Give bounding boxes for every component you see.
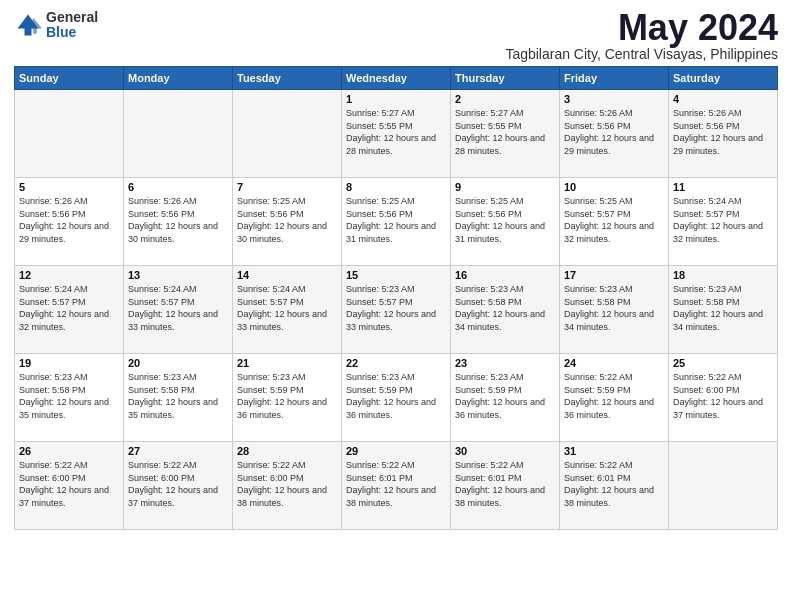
day-number: 9 [455, 181, 555, 193]
calendar-cell: 7Sunrise: 5:25 AMSunset: 5:56 PMDaylight… [233, 178, 342, 266]
week-row-1: 5Sunrise: 5:26 AMSunset: 5:56 PMDaylight… [15, 178, 778, 266]
day-number: 16 [455, 269, 555, 281]
month-title: May 2024 [505, 10, 778, 46]
day-header-thursday: Thursday [451, 67, 560, 90]
day-info: Sunrise: 5:22 AMSunset: 6:01 PMDaylight:… [564, 459, 664, 509]
week-row-4: 26Sunrise: 5:22 AMSunset: 6:00 PMDayligh… [15, 442, 778, 530]
calendar-cell [124, 90, 233, 178]
day-header-saturday: Saturday [669, 67, 778, 90]
header: General Blue May 2024 Tagbilaran City, C… [14, 10, 778, 62]
calendar-cell: 20Sunrise: 5:23 AMSunset: 5:58 PMDayligh… [124, 354, 233, 442]
calendar-cell: 31Sunrise: 5:22 AMSunset: 6:01 PMDayligh… [560, 442, 669, 530]
calendar-cell: 22Sunrise: 5:23 AMSunset: 5:59 PMDayligh… [342, 354, 451, 442]
calendar-cell: 27Sunrise: 5:22 AMSunset: 6:00 PMDayligh… [124, 442, 233, 530]
day-number: 10 [564, 181, 664, 193]
calendar-cell: 17Sunrise: 5:23 AMSunset: 5:58 PMDayligh… [560, 266, 669, 354]
day-number: 2 [455, 93, 555, 105]
day-info: Sunrise: 5:27 AMSunset: 5:55 PMDaylight:… [346, 107, 446, 157]
day-info: Sunrise: 5:22 AMSunset: 6:01 PMDaylight:… [346, 459, 446, 509]
day-info: Sunrise: 5:22 AMSunset: 6:01 PMDaylight:… [455, 459, 555, 509]
calendar-cell: 26Sunrise: 5:22 AMSunset: 6:00 PMDayligh… [15, 442, 124, 530]
calendar-cell [233, 90, 342, 178]
day-number: 15 [346, 269, 446, 281]
calendar-cell: 24Sunrise: 5:22 AMSunset: 5:59 PMDayligh… [560, 354, 669, 442]
day-number: 7 [237, 181, 337, 193]
day-number: 14 [237, 269, 337, 281]
day-number: 28 [237, 445, 337, 457]
calendar-cell: 10Sunrise: 5:25 AMSunset: 5:57 PMDayligh… [560, 178, 669, 266]
day-info: Sunrise: 5:24 AMSunset: 5:57 PMDaylight:… [673, 195, 773, 245]
header-row: SundayMondayTuesdayWednesdayThursdayFrid… [15, 67, 778, 90]
day-info: Sunrise: 5:23 AMSunset: 5:57 PMDaylight:… [346, 283, 446, 333]
day-info: Sunrise: 5:23 AMSunset: 5:59 PMDaylight:… [346, 371, 446, 421]
day-info: Sunrise: 5:22 AMSunset: 6:00 PMDaylight:… [237, 459, 337, 509]
day-info: Sunrise: 5:26 AMSunset: 5:56 PMDaylight:… [564, 107, 664, 157]
calendar-cell: 6Sunrise: 5:26 AMSunset: 5:56 PMDaylight… [124, 178, 233, 266]
day-info: Sunrise: 5:25 AMSunset: 5:56 PMDaylight:… [346, 195, 446, 245]
day-info: Sunrise: 5:22 AMSunset: 6:00 PMDaylight:… [19, 459, 119, 509]
day-info: Sunrise: 5:23 AMSunset: 5:58 PMDaylight:… [128, 371, 228, 421]
day-number: 23 [455, 357, 555, 369]
logo-general: General [46, 10, 98, 25]
calendar-cell: 30Sunrise: 5:22 AMSunset: 6:01 PMDayligh… [451, 442, 560, 530]
day-info: Sunrise: 5:23 AMSunset: 5:59 PMDaylight:… [237, 371, 337, 421]
calendar-cell: 1Sunrise: 5:27 AMSunset: 5:55 PMDaylight… [342, 90, 451, 178]
day-number: 18 [673, 269, 773, 281]
day-info: Sunrise: 5:22 AMSunset: 6:00 PMDaylight:… [673, 371, 773, 421]
day-number: 12 [19, 269, 119, 281]
day-number: 5 [19, 181, 119, 193]
day-info: Sunrise: 5:23 AMSunset: 5:58 PMDaylight:… [673, 283, 773, 333]
calendar-cell: 15Sunrise: 5:23 AMSunset: 5:57 PMDayligh… [342, 266, 451, 354]
day-number: 26 [19, 445, 119, 457]
day-info: Sunrise: 5:22 AMSunset: 5:59 PMDaylight:… [564, 371, 664, 421]
day-number: 19 [19, 357, 119, 369]
week-row-2: 12Sunrise: 5:24 AMSunset: 5:57 PMDayligh… [15, 266, 778, 354]
day-number: 11 [673, 181, 773, 193]
day-number: 25 [673, 357, 773, 369]
day-info: Sunrise: 5:25 AMSunset: 5:57 PMDaylight:… [564, 195, 664, 245]
day-number: 29 [346, 445, 446, 457]
title-area: May 2024 Tagbilaran City, Central Visaya… [505, 10, 778, 62]
day-number: 21 [237, 357, 337, 369]
calendar-body: 1Sunrise: 5:27 AMSunset: 5:55 PMDaylight… [15, 90, 778, 530]
day-info: Sunrise: 5:24 AMSunset: 5:57 PMDaylight:… [237, 283, 337, 333]
calendar-cell: 2Sunrise: 5:27 AMSunset: 5:55 PMDaylight… [451, 90, 560, 178]
calendar-cell: 4Sunrise: 5:26 AMSunset: 5:56 PMDaylight… [669, 90, 778, 178]
day-number: 24 [564, 357, 664, 369]
day-header-monday: Monday [124, 67, 233, 90]
calendar-cell: 25Sunrise: 5:22 AMSunset: 6:00 PMDayligh… [669, 354, 778, 442]
page: General Blue May 2024 Tagbilaran City, C… [0, 0, 792, 612]
day-info: Sunrise: 5:23 AMSunset: 5:58 PMDaylight:… [564, 283, 664, 333]
calendar-cell: 8Sunrise: 5:25 AMSunset: 5:56 PMDaylight… [342, 178, 451, 266]
day-number: 3 [564, 93, 664, 105]
day-header-friday: Friday [560, 67, 669, 90]
calendar-cell: 29Sunrise: 5:22 AMSunset: 6:01 PMDayligh… [342, 442, 451, 530]
calendar-cell: 14Sunrise: 5:24 AMSunset: 5:57 PMDayligh… [233, 266, 342, 354]
day-number: 31 [564, 445, 664, 457]
calendar-header: SundayMondayTuesdayWednesdayThursdayFrid… [15, 67, 778, 90]
calendar-cell [669, 442, 778, 530]
calendar-cell: 12Sunrise: 5:24 AMSunset: 5:57 PMDayligh… [15, 266, 124, 354]
logo: General Blue [14, 10, 98, 41]
day-header-tuesday: Tuesday [233, 67, 342, 90]
day-number: 1 [346, 93, 446, 105]
logo-icon [14, 11, 42, 39]
calendar-cell: 9Sunrise: 5:25 AMSunset: 5:56 PMDaylight… [451, 178, 560, 266]
day-info: Sunrise: 5:27 AMSunset: 5:55 PMDaylight:… [455, 107, 555, 157]
calendar-cell: 18Sunrise: 5:23 AMSunset: 5:58 PMDayligh… [669, 266, 778, 354]
day-info: Sunrise: 5:23 AMSunset: 5:58 PMDaylight:… [19, 371, 119, 421]
logo-blue: Blue [46, 25, 98, 40]
calendar: SundayMondayTuesdayWednesdayThursdayFrid… [14, 66, 778, 530]
day-info: Sunrise: 5:25 AMSunset: 5:56 PMDaylight:… [237, 195, 337, 245]
calendar-cell: 3Sunrise: 5:26 AMSunset: 5:56 PMDaylight… [560, 90, 669, 178]
day-info: Sunrise: 5:26 AMSunset: 5:56 PMDaylight:… [128, 195, 228, 245]
calendar-cell [15, 90, 124, 178]
day-number: 27 [128, 445, 228, 457]
day-info: Sunrise: 5:23 AMSunset: 5:58 PMDaylight:… [455, 283, 555, 333]
day-number: 17 [564, 269, 664, 281]
day-header-wednesday: Wednesday [342, 67, 451, 90]
day-number: 22 [346, 357, 446, 369]
day-number: 13 [128, 269, 228, 281]
day-number: 4 [673, 93, 773, 105]
logo-text: General Blue [46, 10, 98, 41]
